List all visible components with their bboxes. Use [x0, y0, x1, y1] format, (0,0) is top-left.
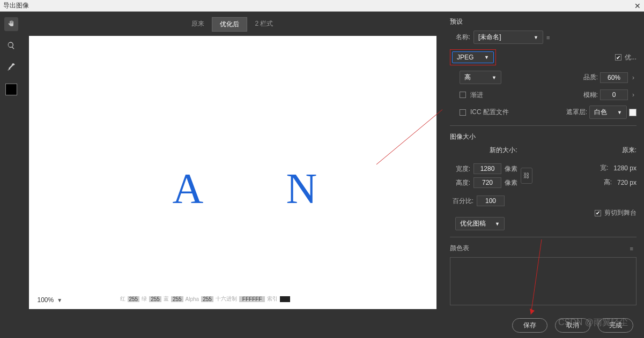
- link-dimensions-icon[interactable]: ⛓: [521, 168, 532, 184]
- colortable-menu-icon[interactable]: ≡: [630, 245, 633, 252]
- optimize-label: 优...: [625, 53, 636, 62]
- svg-marker-3: [530, 309, 535, 314]
- info-g: 255: [149, 296, 161, 302]
- done-button[interactable]: 完成: [598, 318, 633, 333]
- view-tabs: 原来 优化后 2 栏式: [23, 12, 442, 34]
- name-label: 名称:: [450, 33, 470, 42]
- info-idx-label: 索引: [267, 295, 278, 303]
- preset-title: 预设: [450, 17, 636, 26]
- blur-stepper[interactable]: ›: [630, 91, 636, 99]
- chevron-down-icon: ▼: [484, 55, 489, 60]
- optimize-checkbox[interactable]: [615, 54, 621, 61]
- matte-value: 白色: [594, 108, 607, 117]
- width-label: 宽度:: [450, 164, 470, 174]
- info-hex: FFFFFF: [239, 296, 265, 302]
- imagesize-title: 图像大小: [450, 132, 636, 141]
- clip-checkbox[interactable]: [595, 210, 601, 216]
- name-select[interactable]: [未命名]▼: [473, 31, 543, 44]
- percent-label: 百分比:: [450, 197, 473, 206]
- preset-menu-icon[interactable]: ≡: [546, 34, 550, 41]
- title-bar: 导出图像 ✕: [0, 0, 644, 12]
- color-info-row: 红255 绿255 蓝255 Alpha255 十六进制FFFFFF 索引--: [120, 295, 291, 303]
- format-select[interactable]: JPEG▼: [452, 51, 494, 63]
- info-a: 255: [201, 296, 213, 302]
- origsize-title: 原来:: [622, 146, 636, 155]
- cancel-button[interactable]: 取消: [555, 318, 590, 333]
- zoom-value: 100%: [38, 296, 54, 304]
- info-b-label: 蓝: [164, 295, 169, 303]
- dialog-buttons: 保存 取消 完成: [512, 318, 633, 333]
- zoom-select[interactable]: 100% ▼: [34, 295, 66, 305]
- zoom-tool-icon[interactable]: [4, 39, 18, 52]
- canvas-letter-a: A: [173, 164, 204, 213]
- canvas-letter-n: N: [286, 164, 317, 213]
- optimize-art-value: 优化图稿: [460, 219, 486, 228]
- center-area: 原来 优化后 2 栏式 A N 100% ▼ 红255 绿255 蓝255 Al…: [23, 12, 442, 338]
- quality-preset-value: 高: [464, 73, 471, 82]
- format-highlight-box: JPEG▼: [450, 49, 496, 65]
- save-button[interactable]: 保存: [512, 318, 547, 333]
- orig-h-label: 高:: [604, 178, 612, 187]
- hand-tool-icon[interactable]: [4, 17, 18, 31]
- orig-h: 720 px: [617, 179, 636, 186]
- info-r-label: 红: [120, 295, 125, 303]
- blur-input[interactable]: 0: [600, 89, 628, 100]
- eyedropper-tool-icon[interactable]: [4, 60, 18, 74]
- info-g-label: 绿: [142, 295, 147, 303]
- toolbar: [0, 12, 23, 338]
- info-idx: --: [280, 296, 290, 302]
- colortable-title: 颜色表: [450, 244, 469, 253]
- chevron-down-icon: ▼: [57, 297, 62, 303]
- height-input[interactable]: 720: [473, 177, 501, 188]
- icc-checkbox[interactable]: [460, 109, 466, 116]
- info-r: 255: [128, 296, 140, 302]
- percent-input[interactable]: 100: [477, 196, 505, 206]
- tab-optimized[interactable]: 优化后: [212, 17, 247, 32]
- width-unit: 像素: [505, 164, 517, 174]
- quality-preset-select[interactable]: 高▼: [460, 71, 501, 84]
- chevron-down-icon: ▼: [492, 75, 497, 80]
- quality-input[interactable]: 60%: [600, 72, 628, 83]
- info-hex-label: 十六进制: [216, 295, 237, 303]
- quality-stepper[interactable]: ›: [630, 74, 636, 81]
- name-value: [未命名]: [478, 33, 501, 42]
- height-unit: 像素: [505, 178, 517, 187]
- width-input[interactable]: 1280: [473, 163, 501, 174]
- color-table: [450, 257, 636, 305]
- blur-label: 模糊:: [578, 91, 598, 100]
- tab-two-up[interactable]: 2 栏式: [247, 17, 280, 32]
- preview-canvas: A N 100% ▼ 红255 绿255 蓝255 Alpha255 十六进制F…: [29, 36, 436, 309]
- info-b: 255: [171, 296, 183, 302]
- info-a-label: Alpha: [186, 296, 199, 302]
- icc-label: ICC 配置文件: [470, 108, 509, 117]
- matte-select[interactable]: 白色▼: [589, 106, 627, 119]
- orig-w: 1280 px: [613, 164, 636, 172]
- optimize-art-select[interactable]: 优化图稿▼: [455, 217, 505, 230]
- color-swatch[interactable]: [5, 84, 17, 95]
- progressive-checkbox[interactable]: [460, 92, 466, 98]
- height-label: 高度:: [450, 178, 470, 187]
- chevron-down-icon: ▼: [495, 221, 500, 227]
- progressive-label: 渐进: [470, 91, 483, 100]
- matte-swatch[interactable]: [629, 109, 636, 116]
- close-icon[interactable]: ✕: [634, 2, 641, 10]
- matte-label: 遮罩层:: [562, 108, 587, 117]
- newsize-title: 新的大小:: [450, 146, 557, 155]
- right-panel: 预设 名称: [未命名]▼ ≡ JPEG▼ 优... 高▼: [442, 12, 644, 338]
- orig-w-label: 宽:: [600, 163, 608, 172]
- clip-label: 剪切到舞台: [604, 208, 636, 217]
- format-value: JPEG: [457, 54, 473, 61]
- colortable-header: 颜色表 ≡: [450, 244, 636, 253]
- chevron-down-icon: ▼: [617, 110, 622, 115]
- quality-label: 品质:: [578, 73, 598, 82]
- tab-original[interactable]: 原来: [184, 17, 212, 32]
- chevron-down-icon: ▼: [534, 35, 538, 40]
- window-title: 导出图像: [3, 1, 29, 10]
